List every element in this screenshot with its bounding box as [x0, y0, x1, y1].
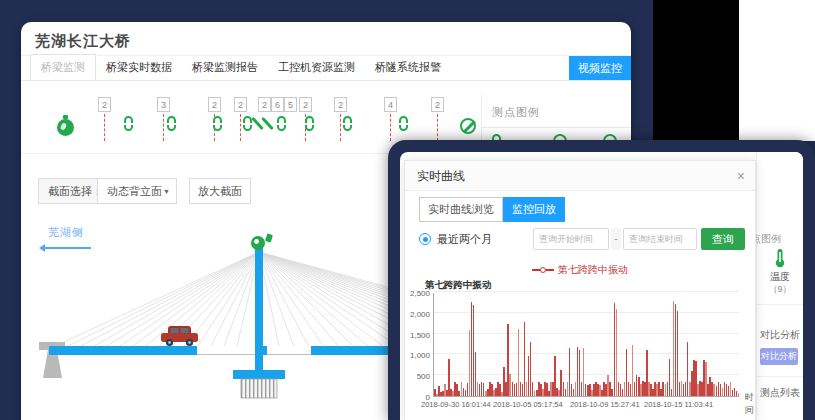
panel-divider	[757, 376, 803, 377]
realtime-curve-dialog: 实时曲线 × 实时曲线浏览监控回放 最近两个月 - 查询 第七跨跨中振动 第七	[404, 160, 756, 420]
sensor-count-badge: 4	[384, 97, 397, 112]
section-select-value: 动态背立面	[107, 185, 162, 197]
modal-frame: 测点图例 温度 （9） 对比分析 对比分析 测点列表 实时曲线 × 实时曲线浏览…	[388, 140, 815, 420]
page-title: 芜湖长江大桥	[35, 32, 131, 51]
gridline	[434, 353, 739, 354]
link-sensor-icon[interactable]	[305, 116, 314, 131]
deck-gap	[197, 346, 255, 354]
date-range-separator: -	[611, 228, 621, 250]
chart-legend[interactable]: 第七跨跨中振动	[405, 263, 755, 277]
point-list-header: 测点列表	[760, 386, 800, 400]
close-icon[interactable]: ×	[737, 161, 745, 191]
section-select-dropdown[interactable]: 动态背立面 ▼	[97, 178, 177, 204]
query-end-time-input[interactable]	[623, 228, 697, 250]
sensor-count-badge: 3	[157, 97, 170, 112]
link-sensor-icon[interactable]	[167, 116, 176, 131]
tab-桥梁监测报告[interactable]: 桥梁监测报告	[182, 55, 268, 80]
sensor-count-badge: 5	[284, 97, 297, 112]
y-tick-label: 1,000	[405, 351, 430, 360]
dialog-title: 实时曲线	[417, 161, 465, 191]
temperature-count: （9）	[757, 283, 803, 296]
deck-gap	[267, 346, 311, 354]
sensor-count-badge: 2	[258, 97, 271, 112]
red-dashed-line	[390, 114, 391, 141]
dialog-tab-监控回放[interactable]: 监控回放	[503, 197, 565, 222]
tab-桥隧系统报警[interactable]: 桥隧系统报警	[365, 55, 451, 80]
legend-panel-underline	[481, 127, 631, 128]
red-dashed-line	[240, 114, 241, 141]
query-button[interactable]: 查询	[701, 228, 745, 250]
red-dashed-line	[163, 114, 164, 141]
gridline	[434, 291, 739, 292]
stopwatch-icon[interactable]	[57, 119, 74, 136]
camera-icon[interactable]	[251, 233, 273, 250]
sensor-count-badge: 2	[299, 97, 312, 112]
chevron-down-icon: ▼	[163, 179, 170, 205]
tab-桥梁实时数据[interactable]: 桥梁实时数据	[96, 55, 182, 80]
sensor-count-badge: 2	[334, 97, 347, 112]
link-sensor-icon[interactable]	[213, 116, 222, 131]
vibration-chart: 第七跨跨中振动 05001,0001,5002,0002,500 2018-09…	[405, 279, 755, 419]
compare-section-header: 对比分析	[760, 328, 800, 342]
link-sensor-icon[interactable]	[399, 116, 408, 131]
x-tick-label: 2018-10-15 11:03:41	[644, 400, 713, 409]
tab-工控机资源监测[interactable]: 工控机资源监测	[268, 55, 365, 80]
panel-divider	[757, 304, 803, 305]
x-tick-label: 2018-10-09 15:27:41	[570, 400, 640, 409]
chart-plot-area	[433, 293, 739, 397]
zoom-section-button[interactable]: 放大截面	[189, 178, 251, 204]
tab-桥梁监测[interactable]: 桥梁监测	[30, 54, 96, 80]
y-tick-label: 2,500	[405, 289, 430, 298]
y-tick-label: 500	[405, 372, 430, 381]
red-dashed-line	[340, 114, 341, 141]
query-filter-row: 最近两个月 - 查询	[405, 227, 755, 251]
x-tick-label: 2018-09-30 16:01:44	[421, 400, 491, 409]
pier-cap	[233, 370, 285, 379]
y-tick-label: 2,000	[405, 310, 430, 319]
x-tick-label: 2018-10-05 05:17:54	[493, 400, 563, 409]
backdrop-black-block	[653, 0, 737, 141]
gridline	[434, 333, 739, 334]
link-sensor-icon[interactable]	[343, 116, 352, 131]
backdrop-white-block	[737, 0, 815, 141]
dialog-body: 实时曲线浏览监控回放 最近两个月 - 查询 第七跨跨中振动 第七跨跨中振动 05…	[405, 191, 755, 420]
bridge-pylon	[255, 246, 263, 378]
sensor-count-badge: 2	[431, 97, 444, 112]
gridline	[434, 312, 739, 313]
pier-foundation	[241, 379, 277, 398]
link-sensor-icon[interactable]	[124, 116, 133, 131]
right-side-panel: 测点图例 温度 （9） 对比分析 对比分析 测点列表	[756, 152, 803, 420]
compare-analysis-button[interactable]: 对比分析	[760, 348, 798, 365]
tabbar-divider	[21, 80, 631, 81]
dialog-titlebar: 实时曲线 ×	[405, 161, 755, 191]
dialog-tabs: 实时曲线浏览监控回放	[419, 197, 565, 222]
y-tick-label: 1,500	[405, 331, 430, 340]
legend-panel-title: 测点图例	[492, 105, 540, 120]
legend-line	[532, 269, 540, 271]
video-monitor-button[interactable]: 视频监控	[569, 56, 631, 80]
link-sensor-icon[interactable]	[277, 116, 286, 131]
radio-label: 最近两个月	[437, 232, 492, 247]
no-entry-icon[interactable]	[460, 118, 476, 134]
chart-bar	[738, 393, 740, 396]
query-start-time-input[interactable]	[533, 228, 609, 250]
temperature-label: 温度	[757, 270, 803, 284]
main-tabbar: 桥梁监测桥梁实时数据桥梁监测报告工控机资源监测桥隧系统报警	[30, 57, 631, 80]
red-dashed-line	[437, 114, 438, 141]
x-axis-name: 时间	[745, 391, 755, 417]
legend-line	[546, 269, 554, 271]
dialog-tab-实时曲线浏览[interactable]: 实时曲线浏览	[419, 197, 503, 222]
red-dashed-line	[104, 114, 105, 141]
sensor-count-badge: 2	[234, 97, 247, 112]
sensor-count-badge: 2	[98, 97, 111, 112]
sensor-count-badge: 2	[208, 97, 221, 112]
modal-screenshot: 测点图例 温度 （9） 对比分析 对比分析 测点列表 实时曲线 × 实时曲线浏览…	[400, 152, 803, 420]
sensor-count-badge: 6	[271, 97, 284, 112]
legend-label: 第七跨跨中振动	[558, 264, 628, 275]
recent-two-months-radio[interactable]	[419, 233, 431, 245]
thermometer-icon[interactable]	[774, 248, 786, 268]
